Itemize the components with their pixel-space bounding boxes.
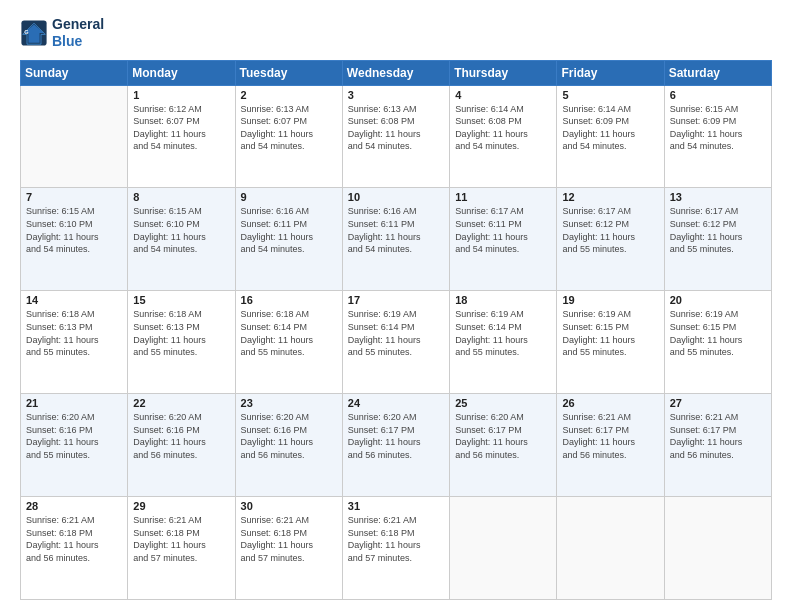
day-info: Sunrise: 6:12 AM Sunset: 6:07 PM Dayligh… xyxy=(133,103,229,153)
day-number: 25 xyxy=(455,397,551,409)
day-info: Sunrise: 6:16 AM Sunset: 6:11 PM Dayligh… xyxy=(348,205,444,255)
day-number: 19 xyxy=(562,294,658,306)
calendar-cell: 23Sunrise: 6:20 AM Sunset: 6:16 PM Dayli… xyxy=(235,394,342,497)
calendar-cell: 17Sunrise: 6:19 AM Sunset: 6:14 PM Dayli… xyxy=(342,291,449,394)
day-number: 10 xyxy=(348,191,444,203)
day-info: Sunrise: 6:19 AM Sunset: 6:14 PM Dayligh… xyxy=(348,308,444,358)
calendar-week-3: 14Sunrise: 6:18 AM Sunset: 6:13 PM Dayli… xyxy=(21,291,772,394)
logo-text: General Blue xyxy=(52,16,104,50)
day-number: 3 xyxy=(348,89,444,101)
day-info: Sunrise: 6:19 AM Sunset: 6:15 PM Dayligh… xyxy=(670,308,766,358)
calendar-cell: 31Sunrise: 6:21 AM Sunset: 6:18 PM Dayli… xyxy=(342,497,449,600)
calendar-cell: 5Sunrise: 6:14 AM Sunset: 6:09 PM Daylig… xyxy=(557,85,664,188)
day-number: 22 xyxy=(133,397,229,409)
day-number: 18 xyxy=(455,294,551,306)
calendar-cell xyxy=(450,497,557,600)
day-number: 29 xyxy=(133,500,229,512)
day-info: Sunrise: 6:21 AM Sunset: 6:18 PM Dayligh… xyxy=(133,514,229,564)
day-info: Sunrise: 6:17 AM Sunset: 6:12 PM Dayligh… xyxy=(670,205,766,255)
calendar-header-sunday: Sunday xyxy=(21,60,128,85)
day-number: 17 xyxy=(348,294,444,306)
calendar-header-friday: Friday xyxy=(557,60,664,85)
svg-text:G: G xyxy=(24,29,28,35)
day-number: 24 xyxy=(348,397,444,409)
calendar-table: SundayMondayTuesdayWednesdayThursdayFrid… xyxy=(20,60,772,600)
day-number: 28 xyxy=(26,500,122,512)
day-info: Sunrise: 6:15 AM Sunset: 6:10 PM Dayligh… xyxy=(133,205,229,255)
day-info: Sunrise: 6:20 AM Sunset: 6:16 PM Dayligh… xyxy=(133,411,229,461)
day-info: Sunrise: 6:20 AM Sunset: 6:16 PM Dayligh… xyxy=(241,411,337,461)
calendar-cell: 2Sunrise: 6:13 AM Sunset: 6:07 PM Daylig… xyxy=(235,85,342,188)
day-number: 20 xyxy=(670,294,766,306)
calendar-cell: 15Sunrise: 6:18 AM Sunset: 6:13 PM Dayli… xyxy=(128,291,235,394)
day-number: 14 xyxy=(26,294,122,306)
calendar-cell: 30Sunrise: 6:21 AM Sunset: 6:18 PM Dayli… xyxy=(235,497,342,600)
calendar-cell: 29Sunrise: 6:21 AM Sunset: 6:18 PM Dayli… xyxy=(128,497,235,600)
day-info: Sunrise: 6:14 AM Sunset: 6:09 PM Dayligh… xyxy=(562,103,658,153)
day-number: 6 xyxy=(670,89,766,101)
calendar-cell: 12Sunrise: 6:17 AM Sunset: 6:12 PM Dayli… xyxy=(557,188,664,291)
calendar-cell: 27Sunrise: 6:21 AM Sunset: 6:17 PM Dayli… xyxy=(664,394,771,497)
calendar-cell: 4Sunrise: 6:14 AM Sunset: 6:08 PM Daylig… xyxy=(450,85,557,188)
day-number: 31 xyxy=(348,500,444,512)
day-info: Sunrise: 6:21 AM Sunset: 6:17 PM Dayligh… xyxy=(670,411,766,461)
day-info: Sunrise: 6:20 AM Sunset: 6:16 PM Dayligh… xyxy=(26,411,122,461)
day-number: 27 xyxy=(670,397,766,409)
calendar-header-saturday: Saturday xyxy=(664,60,771,85)
day-info: Sunrise: 6:18 AM Sunset: 6:13 PM Dayligh… xyxy=(26,308,122,358)
calendar-cell: 21Sunrise: 6:20 AM Sunset: 6:16 PM Dayli… xyxy=(21,394,128,497)
calendar-cell: 20Sunrise: 6:19 AM Sunset: 6:15 PM Dayli… xyxy=(664,291,771,394)
day-number: 9 xyxy=(241,191,337,203)
calendar-cell: 16Sunrise: 6:18 AM Sunset: 6:14 PM Dayli… xyxy=(235,291,342,394)
day-number: 1 xyxy=(133,89,229,101)
calendar-week-5: 28Sunrise: 6:21 AM Sunset: 6:18 PM Dayli… xyxy=(21,497,772,600)
day-info: Sunrise: 6:19 AM Sunset: 6:15 PM Dayligh… xyxy=(562,308,658,358)
calendar-cell xyxy=(21,85,128,188)
calendar-cell: 13Sunrise: 6:17 AM Sunset: 6:12 PM Dayli… xyxy=(664,188,771,291)
calendar-cell: 28Sunrise: 6:21 AM Sunset: 6:18 PM Dayli… xyxy=(21,497,128,600)
day-info: Sunrise: 6:21 AM Sunset: 6:18 PM Dayligh… xyxy=(348,514,444,564)
day-info: Sunrise: 6:20 AM Sunset: 6:17 PM Dayligh… xyxy=(348,411,444,461)
day-number: 5 xyxy=(562,89,658,101)
day-info: Sunrise: 6:18 AM Sunset: 6:14 PM Dayligh… xyxy=(241,308,337,358)
calendar-cell: 3Sunrise: 6:13 AM Sunset: 6:08 PM Daylig… xyxy=(342,85,449,188)
calendar-cell: 24Sunrise: 6:20 AM Sunset: 6:17 PM Dayli… xyxy=(342,394,449,497)
calendar-cell: 10Sunrise: 6:16 AM Sunset: 6:11 PM Dayli… xyxy=(342,188,449,291)
day-number: 23 xyxy=(241,397,337,409)
calendar-week-4: 21Sunrise: 6:20 AM Sunset: 6:16 PM Dayli… xyxy=(21,394,772,497)
calendar-cell: 25Sunrise: 6:20 AM Sunset: 6:17 PM Dayli… xyxy=(450,394,557,497)
day-number: 21 xyxy=(26,397,122,409)
day-number: 16 xyxy=(241,294,337,306)
day-info: Sunrise: 6:15 AM Sunset: 6:10 PM Dayligh… xyxy=(26,205,122,255)
day-info: Sunrise: 6:18 AM Sunset: 6:13 PM Dayligh… xyxy=(133,308,229,358)
day-info: Sunrise: 6:15 AM Sunset: 6:09 PM Dayligh… xyxy=(670,103,766,153)
logo-icon: G xyxy=(20,19,48,47)
day-number: 7 xyxy=(26,191,122,203)
day-number: 26 xyxy=(562,397,658,409)
calendar-week-2: 7Sunrise: 6:15 AM Sunset: 6:10 PM Daylig… xyxy=(21,188,772,291)
day-number: 30 xyxy=(241,500,337,512)
calendar-cell: 1Sunrise: 6:12 AM Sunset: 6:07 PM Daylig… xyxy=(128,85,235,188)
calendar-header-monday: Monday xyxy=(128,60,235,85)
logo: G General Blue xyxy=(20,16,104,50)
calendar-header-thursday: Thursday xyxy=(450,60,557,85)
day-info: Sunrise: 6:21 AM Sunset: 6:18 PM Dayligh… xyxy=(26,514,122,564)
day-info: Sunrise: 6:19 AM Sunset: 6:14 PM Dayligh… xyxy=(455,308,551,358)
day-number: 13 xyxy=(670,191,766,203)
day-number: 12 xyxy=(562,191,658,203)
day-info: Sunrise: 6:20 AM Sunset: 6:17 PM Dayligh… xyxy=(455,411,551,461)
day-info: Sunrise: 6:13 AM Sunset: 6:08 PM Dayligh… xyxy=(348,103,444,153)
day-number: 11 xyxy=(455,191,551,203)
page: G General Blue SundayMondayTuesdayWednes… xyxy=(0,0,792,612)
day-info: Sunrise: 6:13 AM Sunset: 6:07 PM Dayligh… xyxy=(241,103,337,153)
calendar-header-wednesday: Wednesday xyxy=(342,60,449,85)
calendar-cell: 19Sunrise: 6:19 AM Sunset: 6:15 PM Dayli… xyxy=(557,291,664,394)
day-info: Sunrise: 6:17 AM Sunset: 6:12 PM Dayligh… xyxy=(562,205,658,255)
calendar-week-1: 1Sunrise: 6:12 AM Sunset: 6:07 PM Daylig… xyxy=(21,85,772,188)
day-number: 15 xyxy=(133,294,229,306)
calendar-cell: 6Sunrise: 6:15 AM Sunset: 6:09 PM Daylig… xyxy=(664,85,771,188)
calendar-cell: 7Sunrise: 6:15 AM Sunset: 6:10 PM Daylig… xyxy=(21,188,128,291)
day-info: Sunrise: 6:14 AM Sunset: 6:08 PM Dayligh… xyxy=(455,103,551,153)
calendar-header-tuesday: Tuesday xyxy=(235,60,342,85)
calendar-cell: 14Sunrise: 6:18 AM Sunset: 6:13 PM Dayli… xyxy=(21,291,128,394)
